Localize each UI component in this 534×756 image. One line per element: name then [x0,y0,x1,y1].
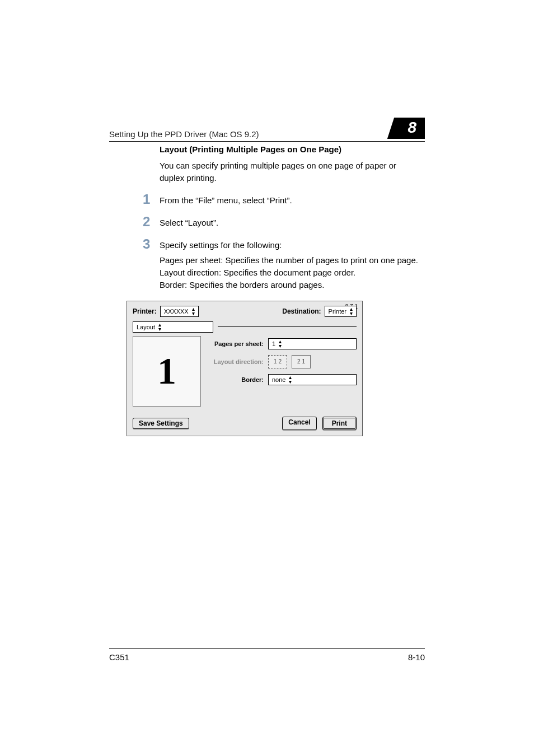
layout-direction-label: Layout direction: [208,358,264,365]
panel-popup[interactable]: Layout ▴▾ [133,321,213,333]
updown-icon: ▴▾ [350,307,353,316]
footer-rule [109,648,425,649]
footer-page-number: 8-10 [408,652,425,662]
destination-popup-value: Printer [329,308,346,315]
cancel-button[interactable]: Cancel [282,417,316,430]
step-number: 1 [143,193,160,206]
step-text: Select “Layout”. [160,217,422,230]
step-1: 1 From the “File” menu, select “Print”. [143,194,422,208]
updown-icon: ▴▾ [279,339,282,348]
layout-direction-option-lr[interactable]: 1 2 [268,355,287,368]
header-rule [109,141,425,142]
save-settings-button[interactable]: Save Settings [133,418,189,429]
separator-line [218,326,357,327]
updown-icon: ▴▾ [158,323,161,332]
step-number: 2 [143,215,160,228]
step-notes: Pages per sheet: Specifies the number of… [160,254,422,291]
panel-popup-value: Layout [137,324,155,330]
updown-icon: ▴▾ [289,375,292,384]
step-3: 3 Specify settings for the following: Pa… [143,239,422,291]
updown-icon: ▴▾ [192,307,195,316]
step-number: 3 [143,237,160,290]
layout-preview: 1 [133,336,201,407]
border-label: Border: [208,376,264,383]
destination-popup[interactable]: Printer ▴▾ [325,306,357,317]
step-text: From the “File” menu, select “Print”. [160,194,422,208]
layout-direction-option-rl[interactable]: 2 1 [292,355,311,368]
pages-per-sheet-value: 1 [272,340,275,347]
printer-popup-value: XXXXXX [164,308,189,315]
pages-per-sheet-label: Pages per sheet: [208,340,264,347]
step-2: 2 Select “Layout”. [143,217,422,230]
border-popup-value: none [272,376,285,383]
section-heading: Layout (Printing Multiple Pages on One P… [160,144,422,154]
pages-per-sheet-popup[interactable]: 1 ▴▾ [268,338,357,349]
chapter-number-badge: 8 [395,118,425,139]
print-button[interactable]: Print [322,417,357,430]
destination-label: Destination: [282,307,321,315]
step-text: Specify settings for the following: [160,240,282,250]
border-popup[interactable]: none ▴▾ [268,374,357,385]
section-intro: You can specify printing multiple pages … [160,160,422,184]
print-dialog: 8.7.1 Printer: XXXXXX ▴▾ Destination: [127,301,363,436]
footer-model: C351 [109,652,129,662]
running-header-title: Setting Up the PPD Driver (Mac OS 9.2) [109,129,259,139]
printer-popup[interactable]: XXXXXX ▴▾ [160,306,199,317]
printer-label: Printer: [133,307,157,315]
layout-preview-digit: 1 [157,349,176,393]
